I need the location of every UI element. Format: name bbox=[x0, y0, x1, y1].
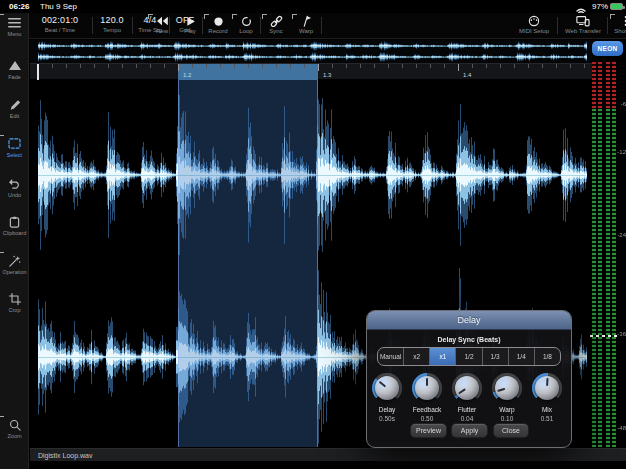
waveform-selection[interactable] bbox=[178, 80, 318, 447]
clock: 06:26 bbox=[9, 2, 29, 11]
sync-option-x2[interactable]: x2 bbox=[404, 348, 430, 365]
battery-icon bbox=[610, 3, 623, 10]
delay-sync-label: Delay Sync (Beats) bbox=[367, 336, 571, 343]
close-button[interactable]: Close bbox=[493, 423, 529, 438]
sync-option-1-4[interactable]: 1/4 bbox=[509, 348, 535, 365]
beat-time-display[interactable]: 002:01:0 Beat / Time bbox=[35, 15, 85, 33]
knob-face bbox=[535, 376, 559, 400]
sync-option-1-2[interactable]: 1/2 bbox=[456, 348, 482, 365]
sidebar-item-crop[interactable]: Crop bbox=[0, 291, 29, 313]
sidebar-item-undo[interactable]: Undo bbox=[0, 176, 29, 198]
sync-option-1-3[interactable]: 1/3 bbox=[483, 348, 509, 365]
delay-dialog: Delay Delay Sync (Beats) Manual x2 x1 1/… bbox=[366, 310, 572, 448]
sync-option-x1[interactable]: x1 bbox=[430, 348, 456, 365]
loop-icon bbox=[233, 15, 259, 27]
left-sidebar: Menu Fade Edit Select Undo Clipboard Ope… bbox=[0, 13, 29, 469]
show-files-button[interactable]: Show Files bbox=[611, 15, 626, 34]
dialog-header[interactable]: Delay bbox=[367, 311, 571, 330]
magnifier-icon bbox=[0, 417, 29, 432]
hamburger-icon bbox=[0, 15, 29, 30]
status-bar: 06:26 Thu 9 Sep 97% bbox=[0, 0, 626, 13]
level-meters: -6-12-24-36-48 bbox=[592, 62, 626, 447]
preview-button[interactable]: Preview bbox=[410, 423, 447, 438]
play-icon bbox=[177, 15, 203, 27]
clipboard-icon bbox=[0, 214, 29, 229]
fade-icon bbox=[0, 58, 29, 73]
playhead[interactable] bbox=[37, 64, 39, 81]
audio-editor-app: 06:26 Thu 9 Sep 97% 002:01:0 Beat / Time… bbox=[0, 0, 626, 469]
sidebar-item-zoom[interactable]: Zoom bbox=[0, 417, 29, 439]
knob-face bbox=[495, 376, 519, 400]
divider bbox=[607, 17, 608, 34]
tempo-display[interactable]: 120.0 Tempo bbox=[95, 15, 129, 33]
undo-arrow-icon bbox=[0, 176, 29, 191]
devices-icon bbox=[563, 15, 603, 27]
sidebar-item-select[interactable]: Select bbox=[0, 136, 29, 158]
record-icon bbox=[205, 15, 231, 27]
sync-option-1-8[interactable]: 1/8 bbox=[535, 348, 560, 365]
knob-face bbox=[415, 376, 439, 400]
apply-button[interactable]: Apply bbox=[451, 423, 488, 438]
warp-marker-icon bbox=[293, 15, 319, 27]
knob-face bbox=[375, 376, 399, 400]
neon-theme-button[interactable]: NEON bbox=[592, 41, 623, 56]
overview-waveform[interactable] bbox=[30, 40, 592, 63]
timeline-ruler[interactable]: 1.21.31.4 bbox=[30, 63, 592, 80]
magic-wand-icon bbox=[0, 253, 29, 268]
file-name: Digistix Loop.wav bbox=[38, 452, 92, 459]
knob-pointer bbox=[379, 381, 386, 388]
divider bbox=[132, 17, 133, 34]
dialog-title: Delay bbox=[457, 315, 480, 325]
sync-link-icon bbox=[263, 15, 289, 27]
midi-connector-icon bbox=[517, 15, 551, 27]
rewind-icon bbox=[149, 15, 175, 27]
knob-pointer bbox=[426, 378, 428, 386]
knob-pointer bbox=[546, 378, 548, 386]
divider bbox=[92, 17, 93, 34]
sidebar-item-edit[interactable]: Edit bbox=[0, 97, 29, 119]
midi-setup-button[interactable]: MIDI Setup bbox=[517, 15, 551, 34]
knob-pointer bbox=[497, 388, 505, 392]
crop-icon bbox=[0, 291, 29, 306]
menu-button[interactable]: Menu bbox=[0, 15, 29, 37]
divider bbox=[321, 17, 322, 34]
web-transfer-button[interactable]: Web Transfer bbox=[563, 15, 603, 34]
knob-face bbox=[455, 376, 479, 400]
battery-percent: 97% bbox=[592, 2, 608, 11]
sidebar-item-operation[interactable]: Operation bbox=[0, 253, 29, 275]
sidebar-item-fade[interactable]: Fade bbox=[0, 58, 29, 80]
warp-button[interactable]: Warp bbox=[293, 15, 319, 34]
loop-button[interactable]: Loop bbox=[233, 15, 259, 34]
record-button[interactable]: Record bbox=[205, 15, 231, 34]
meter-level-marker bbox=[590, 335, 618, 337]
select-box-icon bbox=[0, 136, 29, 151]
divider bbox=[260, 17, 261, 34]
pencil-icon bbox=[0, 97, 29, 112]
file-bar: Digistix Loop.wav bbox=[30, 448, 626, 461]
top-toolbar: 002:01:0 Beat / Time 120.0 Tempo 4/4 Tim… bbox=[29, 13, 626, 39]
files-grid-icon bbox=[611, 15, 626, 27]
sync-button[interactable]: Sync bbox=[263, 15, 289, 34]
rewind-button[interactable]: Rew bbox=[149, 15, 175, 34]
sync-option-manual[interactable]: Manual bbox=[378, 348, 404, 365]
date: Thu 9 Sep bbox=[40, 2, 77, 11]
sidebar-item-clipboard[interactable]: Clipboard bbox=[0, 214, 29, 236]
knob-pointer bbox=[458, 388, 466, 394]
divider bbox=[557, 17, 558, 34]
play-button[interactable]: Play bbox=[177, 15, 203, 34]
delay-sync-segmented-control: Manual x2 x1 1/2 1/3 1/4 1/8 bbox=[377, 347, 561, 366]
